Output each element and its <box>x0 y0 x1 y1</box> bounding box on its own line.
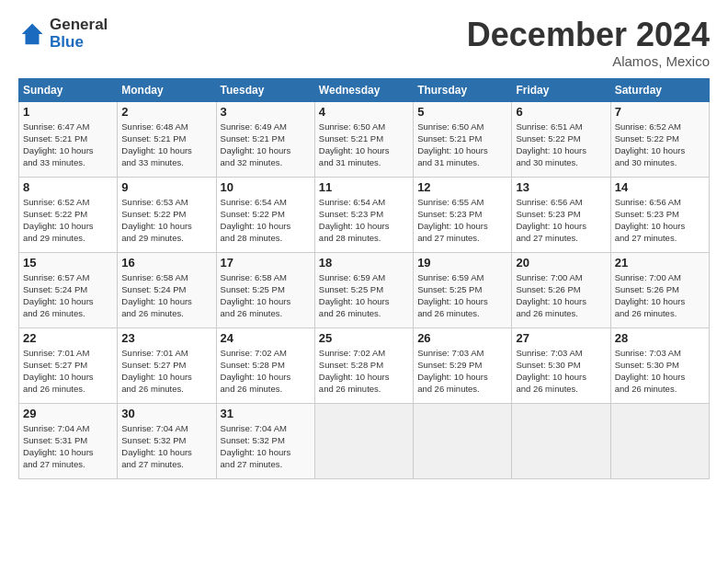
day-number: 12 <box>417 180 507 194</box>
table-row: 20Sunrise: 7:00 AM Sunset: 5:26 PM Dayli… <box>512 252 610 327</box>
table-row: 28Sunrise: 7:03 AM Sunset: 5:30 PM Dayli… <box>610 327 709 403</box>
table-row: 15Sunrise: 6:57 AM Sunset: 5:24 PM Dayli… <box>19 252 118 327</box>
table-row: 13Sunrise: 6:56 AM Sunset: 5:23 PM Dayli… <box>512 177 610 252</box>
table-row <box>414 403 512 478</box>
table-row: 16Sunrise: 6:58 AM Sunset: 5:24 PM Dayli… <box>118 252 216 327</box>
day-info: Sunrise: 7:03 AM Sunset: 5:29 PM Dayligh… <box>417 347 507 396</box>
calendar-week-row: 1Sunrise: 6:47 AM Sunset: 5:21 PM Daylig… <box>19 101 710 177</box>
day-number: 20 <box>516 256 606 270</box>
col-tuesday: Tuesday <box>216 78 314 101</box>
table-row: 18Sunrise: 6:59 AM Sunset: 5:25 PM Dayli… <box>314 252 413 327</box>
calendar-week-row: 22Sunrise: 7:01 AM Sunset: 5:27 PM Dayli… <box>19 327 710 403</box>
day-number: 26 <box>417 331 507 345</box>
day-info: Sunrise: 7:00 AM Sunset: 5:26 PM Dayligh… <box>615 271 705 320</box>
day-number: 14 <box>615 180 705 194</box>
table-row: 7Sunrise: 6:52 AM Sunset: 5:22 PM Daylig… <box>610 101 709 177</box>
col-thursday: Thursday <box>414 78 512 101</box>
table-row: 30Sunrise: 7:04 AM Sunset: 5:32 PM Dayli… <box>118 403 216 478</box>
table-row: 14Sunrise: 6:56 AM Sunset: 5:23 PM Dayli… <box>610 177 709 252</box>
day-number: 15 <box>23 256 113 270</box>
day-number: 10 <box>221 180 311 194</box>
calendar-week-row: 29Sunrise: 7:04 AM Sunset: 5:31 PM Dayli… <box>19 403 710 478</box>
day-info: Sunrise: 6:58 AM Sunset: 5:25 PM Dayligh… <box>221 271 311 320</box>
table-row: 23Sunrise: 7:01 AM Sunset: 5:27 PM Dayli… <box>118 327 216 403</box>
day-number: 16 <box>121 256 211 270</box>
day-info: Sunrise: 6:56 AM Sunset: 5:23 PM Dayligh… <box>615 196 705 245</box>
table-row: 31Sunrise: 7:04 AM Sunset: 5:32 PM Dayli… <box>216 403 314 478</box>
day-number: 17 <box>221 256 311 270</box>
day-info: Sunrise: 7:00 AM Sunset: 5:26 PM Dayligh… <box>516 271 606 320</box>
table-row: 10Sunrise: 6:54 AM Sunset: 5:22 PM Dayli… <box>216 177 314 252</box>
table-row: 2Sunrise: 6:48 AM Sunset: 5:21 PM Daylig… <box>118 101 216 177</box>
col-wednesday: Wednesday <box>314 78 413 101</box>
table-row <box>610 403 709 478</box>
day-number: 22 <box>23 331 113 345</box>
day-number: 7 <box>615 105 705 119</box>
day-number: 13 <box>516 180 606 194</box>
day-number: 30 <box>121 407 211 420</box>
col-saturday: Saturday <box>610 78 709 101</box>
table-row <box>512 403 610 478</box>
day-info: Sunrise: 7:03 AM Sunset: 5:30 PM Dayligh… <box>615 347 705 396</box>
table-row <box>314 403 413 478</box>
svg-marker-1 <box>32 23 42 33</box>
day-number: 11 <box>319 180 409 194</box>
day-info: Sunrise: 6:54 AM Sunset: 5:22 PM Dayligh… <box>221 196 311 245</box>
table-row: 12Sunrise: 6:55 AM Sunset: 5:23 PM Dayli… <box>414 177 512 252</box>
table-row: 25Sunrise: 7:02 AM Sunset: 5:28 PM Dayli… <box>314 327 413 403</box>
table-row: 24Sunrise: 7:02 AM Sunset: 5:28 PM Dayli… <box>216 327 314 403</box>
day-number: 1 <box>23 105 113 119</box>
table-row: 26Sunrise: 7:03 AM Sunset: 5:29 PM Dayli… <box>414 327 512 403</box>
day-info: Sunrise: 6:53 AM Sunset: 5:22 PM Dayligh… <box>121 196 211 245</box>
table-row: 11Sunrise: 6:54 AM Sunset: 5:23 PM Dayli… <box>314 177 413 252</box>
day-info: Sunrise: 7:02 AM Sunset: 5:28 PM Dayligh… <box>221 347 311 396</box>
table-row: 6Sunrise: 6:51 AM Sunset: 5:22 PM Daylig… <box>512 101 610 177</box>
logo-icon <box>18 20 46 48</box>
day-info: Sunrise: 6:48 AM Sunset: 5:21 PM Dayligh… <box>121 121 211 169</box>
day-info: Sunrise: 6:55 AM Sunset: 5:23 PM Dayligh… <box>417 196 507 245</box>
logo: General Blue <box>18 17 108 51</box>
col-friday: Friday <box>512 78 610 101</box>
day-info: Sunrise: 7:03 AM Sunset: 5:30 PM Dayligh… <box>516 347 606 396</box>
day-number: 29 <box>23 407 113 420</box>
day-info: Sunrise: 6:52 AM Sunset: 5:22 PM Dayligh… <box>615 121 705 169</box>
day-number: 21 <box>615 256 705 270</box>
table-row: 17Sunrise: 6:58 AM Sunset: 5:25 PM Dayli… <box>216 252 314 327</box>
header: General Blue December 2024 Alamos, Mexic… <box>18 17 710 69</box>
day-info: Sunrise: 7:01 AM Sunset: 5:27 PM Dayligh… <box>121 347 211 396</box>
table-row: 9Sunrise: 6:53 AM Sunset: 5:22 PM Daylig… <box>118 177 216 252</box>
day-number: 2 <box>121 105 211 119</box>
logo-general: General <box>50 17 108 34</box>
table-row: 29Sunrise: 7:04 AM Sunset: 5:31 PM Dayli… <box>19 403 118 478</box>
day-info: Sunrise: 6:59 AM Sunset: 5:25 PM Dayligh… <box>417 271 507 320</box>
day-number: 8 <box>23 180 113 194</box>
location: Alamos, Mexico <box>467 53 710 69</box>
calendar-header-row: Sunday Monday Tuesday Wednesday Thursday… <box>19 78 710 101</box>
day-number: 6 <box>516 105 606 119</box>
day-info: Sunrise: 6:54 AM Sunset: 5:23 PM Dayligh… <box>319 196 409 245</box>
day-info: Sunrise: 7:01 AM Sunset: 5:27 PM Dayligh… <box>23 347 113 396</box>
table-row: 19Sunrise: 6:59 AM Sunset: 5:25 PM Dayli… <box>414 252 512 327</box>
table-row: 1Sunrise: 6:47 AM Sunset: 5:21 PM Daylig… <box>19 101 118 177</box>
day-number: 5 <box>417 105 507 119</box>
table-row: 8Sunrise: 6:52 AM Sunset: 5:22 PM Daylig… <box>19 177 118 252</box>
day-number: 25 <box>319 331 409 345</box>
day-number: 3 <box>221 105 311 119</box>
day-info: Sunrise: 6:57 AM Sunset: 5:24 PM Dayligh… <box>23 271 113 320</box>
day-info: Sunrise: 6:51 AM Sunset: 5:22 PM Dayligh… <box>516 121 606 169</box>
day-number: 28 <box>615 331 705 345</box>
day-number: 24 <box>221 331 311 345</box>
col-sunday: Sunday <box>19 78 118 101</box>
day-number: 9 <box>121 180 211 194</box>
table-row: 3Sunrise: 6:49 AM Sunset: 5:21 PM Daylig… <box>216 101 314 177</box>
table-row: 22Sunrise: 7:01 AM Sunset: 5:27 PM Dayli… <box>19 327 118 403</box>
table-row: 4Sunrise: 6:50 AM Sunset: 5:21 PM Daylig… <box>314 101 413 177</box>
day-number: 27 <box>516 331 606 345</box>
day-info: Sunrise: 6:47 AM Sunset: 5:21 PM Dayligh… <box>23 121 113 169</box>
calendar-week-row: 15Sunrise: 6:57 AM Sunset: 5:24 PM Dayli… <box>19 252 710 327</box>
table-row: 27Sunrise: 7:03 AM Sunset: 5:30 PM Dayli… <box>512 327 610 403</box>
day-info: Sunrise: 7:04 AM Sunset: 5:31 PM Dayligh… <box>23 422 113 471</box>
calendar-week-row: 8Sunrise: 6:52 AM Sunset: 5:22 PM Daylig… <box>19 177 710 252</box>
logo-blue: Blue <box>50 34 108 52</box>
day-number: 19 <box>417 256 507 270</box>
